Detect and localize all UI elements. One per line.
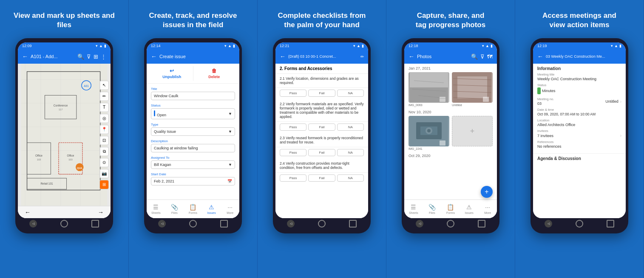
search-icon-4[interactable]: 🔍 [471, 53, 478, 60]
fab-add-photo[interactable]: + [481, 186, 493, 198]
signal-icon-2: ▲ [228, 44, 232, 48]
tool-cursor[interactable]: ↖ [99, 81, 109, 90]
map-icon-4[interactable]: 🗺 [487, 53, 493, 60]
square-btn-4[interactable] [478, 220, 485, 227]
na-btn-4[interactable]: NA [337, 174, 364, 182]
square-btn-3[interactable] [349, 220, 357, 227]
pass-btn-2[interactable]: Pass [280, 124, 306, 131]
edit-icon-3[interactable]: ✏ [360, 54, 364, 59]
unpublish-button[interactable]: ↩ Unpublish [151, 66, 193, 81]
agenda-section: Agenda & Discussion [533, 154, 626, 163]
circle-btn-5[interactable] [576, 220, 583, 227]
tool-circle[interactable]: ◎ [99, 114, 109, 123]
fail-btn-1[interactable]: Fail [308, 90, 335, 97]
date-select[interactable]: Feb 2, 2021 📅 [151, 177, 235, 185]
fail-btn-2[interactable]: Fail [308, 124, 335, 131]
home-indicator-1[interactable]: ◁ [29, 220, 37, 227]
delete-button[interactable]: 🗑 Delete [193, 66, 235, 81]
tool-camera[interactable]: 📷 [99, 169, 109, 178]
prev-arrow[interactable]: ← [25, 209, 31, 216]
search-icon-1[interactable]: 🔍 [77, 53, 84, 60]
back-button-4[interactable]: ← [409, 53, 414, 60]
na-btn-2[interactable]: NA [337, 124, 364, 131]
back-button-1[interactable]: ← [22, 53, 28, 60]
square-btn-2[interactable] [220, 220, 228, 227]
home-indicator-5[interactable]: ◁ [545, 220, 552, 227]
svg-rect-0 [21, 64, 108, 206]
invitees-chevron[interactable]: › [620, 133, 621, 138]
square-btn-5[interactable] [607, 220, 614, 227]
layout-icon-1[interactable]: ⊞ [94, 53, 98, 60]
back-button-2[interactable]: ← [151, 53, 157, 60]
photo-thumb-1[interactable] [409, 72, 449, 103]
home-indicator-3[interactable]: ◁ [287, 220, 295, 227]
nav-more-2[interactable]: ··· More [221, 200, 239, 218]
nav-issues-2[interactable]: ⚠ Issues [202, 200, 221, 218]
nav-sheets-4[interactable]: ☰ Sheets [404, 200, 423, 218]
wifi-icon-3: ▾ [353, 44, 355, 48]
circle-btn-1[interactable] [60, 220, 68, 227]
filter-icon-4[interactable]: ⊽ [480, 53, 485, 60]
title-input[interactable]: Window Caulk [151, 92, 235, 100]
pass-btn-3[interactable]: Pass [280, 149, 306, 156]
back-button-3[interactable]: ← [280, 53, 286, 60]
agenda-title: Agenda & Discussion [533, 154, 626, 163]
checklist-text-1: 2.1 Verify location, dimensions and grad… [280, 76, 359, 85]
tool-active[interactable]: ⊞ [99, 180, 109, 189]
assigned-select[interactable]: Bill Kagan ▼ [151, 160, 235, 169]
filter-icon-1[interactable]: ⊽ [87, 53, 91, 60]
home-indicator-2[interactable]: ◁ [158, 220, 166, 227]
checklist-text-3: 2.3 Verify reused formwork is properly r… [280, 136, 363, 144]
photo-item-2: Untitled [452, 72, 493, 107]
home-indicator-4[interactable]: ◁ [416, 220, 423, 227]
circle-btn-4[interactable] [447, 220, 454, 227]
fail-btn-3[interactable]: Fail [308, 149, 335, 156]
back-button-5[interactable]: ← [537, 53, 543, 60]
tool-text[interactable]: T [99, 103, 109, 112]
circle-btn-3[interactable] [318, 220, 326, 227]
square-btn-1[interactable] [91, 220, 99, 227]
circle-btn-2[interactable] [189, 220, 197, 227]
issues-label-4: Issues [465, 211, 473, 214]
tool-layers[interactable]: ⧉ [99, 147, 109, 156]
meeting-location-label: Location [537, 118, 621, 122]
meeting-invitees-value: 7 invitees [537, 134, 553, 138]
na-btn-1[interactable]: NA [337, 90, 364, 97]
desc-input[interactable]: Caulking at window failing [151, 144, 235, 152]
na-btn-3[interactable]: NA [337, 149, 364, 156]
nav-issues-4[interactable]: ⚠ Issues [460, 200, 479, 218]
nav-files-4[interactable]: 📎 Files [423, 200, 442, 218]
files-label-4: Files [429, 211, 435, 214]
photo-thumb-3[interactable] [409, 116, 449, 146]
tool-pen[interactable]: ✏ [99, 92, 109, 101]
type-select[interactable]: Quality Issue ▼ [151, 127, 235, 136]
unpublish-icon: ↩ [153, 68, 191, 74]
nav-forms-4[interactable]: 📋 Forms [441, 200, 460, 218]
nav-sheets-2[interactable]: ☰ Sheets [147, 200, 165, 218]
time-4: 12:18 [409, 44, 418, 48]
status-select[interactable]: Open ▼ [151, 108, 235, 119]
phone-frame-2: 12:14 ▾ ▲ ▮ ← Create issue ↩ Unpublish [144, 38, 242, 233]
fail-btn-4[interactable]: Fail [308, 174, 335, 182]
phone-screen-4: 12:18 ▾ ▲ ▮ ← Photos 🔍 ⊽ 🗺 J [404, 42, 497, 218]
pass-btn-4[interactable]: Pass [280, 174, 306, 182]
pass-btn-1[interactable]: Pass [280, 90, 306, 97]
next-arrow[interactable]: → [98, 209, 104, 216]
tool-pin[interactable]: 📍 [99, 125, 109, 134]
app-header-2: ← Create issue [147, 49, 239, 64]
sheet-viewer[interactable]: Conference 117 Office 103 Office 103 QUA [18, 64, 111, 206]
nav-forms-2[interactable]: 📋 Forms [184, 200, 202, 218]
meeting-chevron[interactable]: › [620, 99, 621, 104]
meeting-datetime-row: Date & time Oct 09, 2020, 07:00 AM to 10… [537, 108, 621, 116]
svg-rect-47 [440, 140, 445, 146]
tool-measure[interactable]: ⊙ [99, 158, 109, 167]
photo-thumb-2[interactable] [452, 72, 493, 103]
nav-files-2[interactable]: 📎 Files [165, 200, 184, 218]
tool-crop[interactable]: ⊡ [99, 136, 109, 145]
more-icon-2: ··· [227, 204, 233, 211]
more-icon-1[interactable]: ⋮ [101, 53, 106, 60]
nav-more-4[interactable]: ··· More [478, 200, 497, 218]
photo-label-1: IMG_0063 [409, 104, 449, 107]
more-label-4: More [484, 211, 491, 214]
forms-icon-2: 📋 [189, 204, 196, 211]
